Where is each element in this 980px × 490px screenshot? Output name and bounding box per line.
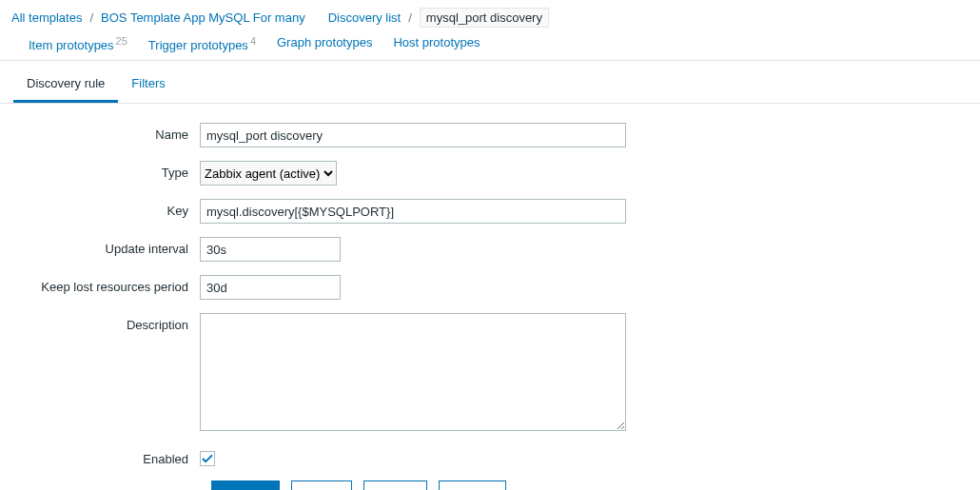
enabled-checkbox[interactable]	[200, 451, 215, 466]
type-select[interactable]: Zabbix agent (active)	[200, 161, 337, 186]
link-host-prototypes[interactable]: Host prototypes	[393, 35, 480, 52]
breadcrumb-sep: /	[408, 10, 412, 25]
prototype-links: Item prototypes25 Trigger prototypes4 Gr…	[29, 35, 480, 52]
link-trigger-prototypes[interactable]: Trigger prototypes4	[148, 35, 256, 52]
cancel-button[interactable]: Cancel	[439, 480, 505, 490]
label-update-interval: Update interval	[10, 237, 200, 256]
breadcrumb-sep: /	[89, 10, 93, 25]
check-icon	[202, 453, 213, 464]
description-textarea[interactable]	[200, 313, 626, 431]
link-graph-prototypes[interactable]: Graph prototypes	[277, 35, 372, 52]
breadcrumb-current: mysql_port discovery	[420, 8, 549, 28]
form: Name Type Zabbix agent (active) Key Upda…	[0, 104, 980, 490]
delete-button[interactable]: Delete	[363, 480, 428, 490]
button-row: Update Clone Delete Cancel	[21, 480, 970, 490]
key-input[interactable]	[200, 199, 626, 224]
name-input[interactable]	[200, 123, 626, 147]
label-keep-lost: Keep lost resources period	[10, 275, 200, 294]
tab-discovery-rule[interactable]: Discovery rule	[13, 65, 118, 103]
label-enabled: Enabled	[10, 447, 200, 466]
label-description: Description	[10, 313, 200, 332]
tab-filters[interactable]: Filters	[118, 65, 178, 103]
breadcrumb-template-app[interactable]: BOS Template App MySQL For many	[101, 10, 305, 25]
tab-bar: Discovery rule Filters	[0, 65, 980, 104]
breadcrumb-all-templates[interactable]: All templates	[11, 10, 82, 25]
clone-button[interactable]: Clone	[291, 480, 352, 490]
label-key: Key	[10, 199, 200, 218]
label-type: Type	[10, 161, 200, 180]
breadcrumb-bar: All templates / BOS Template App MySQL F…	[0, 0, 980, 61]
breadcrumb-discovery-list[interactable]: Discovery list	[328, 10, 402, 25]
label-name: Name	[10, 123, 200, 142]
link-item-prototypes[interactable]: Item prototypes25	[29, 35, 127, 52]
keep-lost-input[interactable]	[200, 275, 341, 300]
count-badge: 4	[250, 35, 256, 47]
update-button[interactable]: Update	[211, 480, 280, 490]
count-badge: 25	[116, 35, 127, 47]
update-interval-input[interactable]	[200, 237, 341, 262]
